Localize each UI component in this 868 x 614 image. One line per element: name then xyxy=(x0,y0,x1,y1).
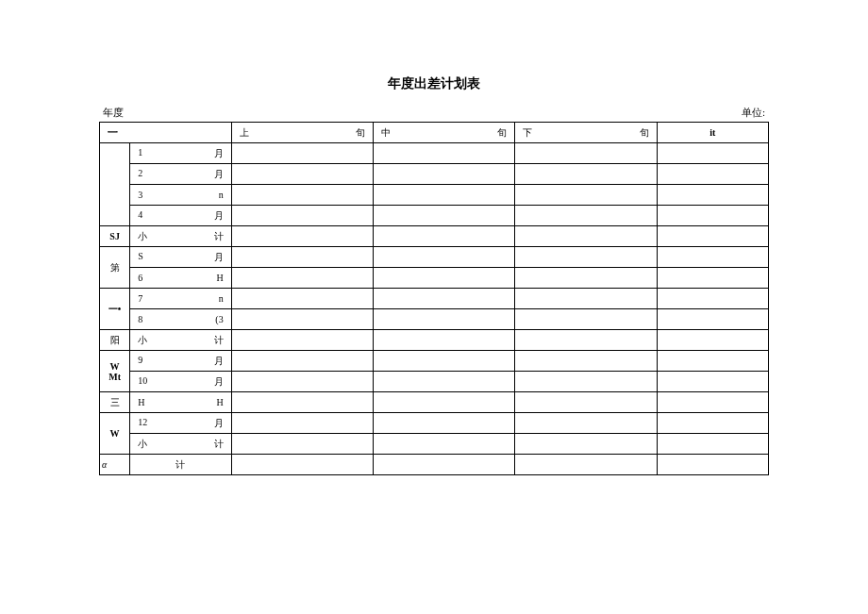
group-cell: SJ xyxy=(100,226,130,247)
table-row: 10月 xyxy=(100,372,769,392)
month-num: 6 xyxy=(138,273,142,283)
data-cell xyxy=(231,455,373,475)
header-early: 上 旬 xyxy=(231,123,373,143)
data-cell xyxy=(374,351,515,372)
month-num: 9 xyxy=(138,355,142,368)
data-cell xyxy=(657,206,768,226)
table-row: W 12月 xyxy=(100,413,769,434)
month-cell: 9月 xyxy=(130,351,231,372)
data-cell xyxy=(374,164,515,185)
data-cell xyxy=(657,164,768,185)
month-num: H xyxy=(138,397,144,407)
month-cell: 1月 xyxy=(130,143,231,164)
month-num: S xyxy=(138,251,143,264)
data-cell xyxy=(515,330,657,351)
month-cell: 3n xyxy=(130,185,231,206)
header-blank: 一 xyxy=(100,123,232,143)
subtotal-b: 计 xyxy=(214,334,224,347)
subtotal-cell: 小计 xyxy=(130,434,231,455)
month-unit: 月 xyxy=(214,147,224,160)
data-cell xyxy=(515,434,657,455)
data-cell xyxy=(374,309,515,330)
data-cell xyxy=(515,309,657,330)
data-cell xyxy=(515,289,657,309)
data-cell xyxy=(657,434,768,455)
month-cell: 7n xyxy=(130,289,231,309)
group-line: W xyxy=(110,361,120,372)
data-cell xyxy=(515,185,657,206)
data-cell xyxy=(657,372,768,392)
month-num: 12 xyxy=(138,417,147,430)
data-cell xyxy=(515,351,657,372)
month-cell: S月 xyxy=(130,247,231,268)
group-cell: 阳 xyxy=(100,330,130,351)
data-cell xyxy=(657,268,768,289)
data-cell xyxy=(515,226,657,247)
subtotal-a: 小 xyxy=(138,334,147,347)
header-late-a: 下 xyxy=(523,126,532,140)
data-cell xyxy=(657,455,768,475)
month-unit: 月 xyxy=(214,375,224,389)
data-cell xyxy=(657,247,768,268)
group-cell: W Mt xyxy=(100,351,130,392)
data-cell xyxy=(231,185,373,206)
table-row: 3n xyxy=(100,185,769,206)
month-cell: 8(3 xyxy=(130,309,231,330)
table-row: SJ 小计 xyxy=(100,226,769,247)
unit-label: 单位: xyxy=(742,106,765,120)
data-cell xyxy=(657,289,768,309)
data-cell xyxy=(657,143,768,164)
data-cell xyxy=(231,268,373,289)
table-row: 4月 xyxy=(100,206,769,226)
subtotal-b: 计 xyxy=(214,230,224,243)
data-cell xyxy=(231,413,373,434)
group-cell xyxy=(100,143,130,226)
data-cell xyxy=(231,226,373,247)
table-row: 8(3 xyxy=(100,309,769,330)
data-cell xyxy=(657,413,768,434)
footer-total-label: 计 xyxy=(130,455,231,475)
data-cell xyxy=(657,330,768,351)
data-cell xyxy=(657,226,768,247)
month-cell: 10月 xyxy=(130,372,231,392)
month-num: 10 xyxy=(138,375,147,389)
data-cell xyxy=(657,185,768,206)
data-cell xyxy=(374,392,515,413)
data-cell xyxy=(374,206,515,226)
month-unit: n xyxy=(219,293,224,304)
data-cell xyxy=(515,455,657,475)
table-row: 一• 7n xyxy=(100,289,769,309)
data-cell xyxy=(515,143,657,164)
data-cell xyxy=(515,413,657,434)
month-cell: 12月 xyxy=(130,413,231,434)
data-cell xyxy=(231,143,373,164)
month-unit: 月 xyxy=(214,251,224,264)
year-label: 年度 xyxy=(103,106,124,120)
header-mid-a: 中 xyxy=(381,126,391,140)
table-row: W Mt 9月 xyxy=(100,351,769,372)
month-cell: 4月 xyxy=(130,206,231,226)
header-early-a: 上 xyxy=(240,126,249,140)
subtotal-cell: 小计 xyxy=(130,330,231,351)
header-mid: 中 旬 xyxy=(374,123,515,143)
month-num: 2 xyxy=(138,168,142,181)
data-cell xyxy=(374,372,515,392)
data-cell xyxy=(515,392,657,413)
document-sheet: 年度出差计划表 年度 单位: 一 上 旬 中 旬 xyxy=(0,0,868,475)
header-late-b: 旬 xyxy=(640,126,649,140)
month-unit: 月 xyxy=(214,355,224,368)
month-cell: 6H xyxy=(130,268,231,289)
header-total: it xyxy=(657,123,768,143)
data-cell xyxy=(231,434,373,455)
data-cell xyxy=(374,226,515,247)
header-early-b: 旬 xyxy=(356,126,365,140)
data-cell xyxy=(374,413,515,434)
data-cell xyxy=(231,206,373,226)
month-unit: 月 xyxy=(214,168,224,181)
data-cell xyxy=(374,143,515,164)
data-cell xyxy=(231,309,373,330)
month-unit: (3 xyxy=(215,314,223,324)
data-cell xyxy=(515,372,657,392)
month-num: 1 xyxy=(138,147,142,160)
data-cell xyxy=(231,247,373,268)
